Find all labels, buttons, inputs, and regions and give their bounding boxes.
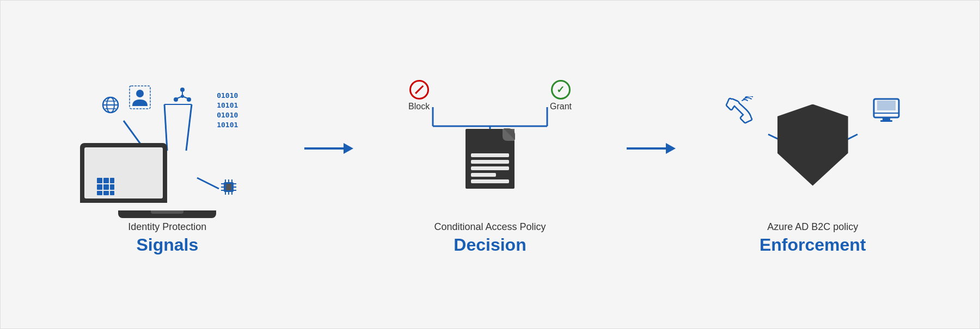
decision-labels: Conditional Access Policy Decision [434, 221, 546, 255]
svg-marker-44 [344, 143, 353, 154]
grant-item: Grant [550, 80, 572, 111]
svg-rect-26 [97, 191, 102, 195]
svg-rect-30 [226, 184, 231, 190]
signals-labels: Identity Protection Signals [128, 221, 206, 255]
decision-main-label: Decision [454, 235, 526, 255]
svg-rect-28 [110, 191, 114, 195]
binary-icon: 01010101010101010101 [217, 91, 238, 131]
svg-line-4 [197, 178, 219, 189]
enforcement-sub-label: Azure AD B2C policy [767, 221, 858, 233]
doc-line-4 [471, 173, 496, 177]
signals-icon-area: 01010101010101010101 [33, 75, 302, 216]
grant-icon [551, 80, 571, 100]
doc-line-3 [471, 166, 509, 170]
svg-point-13 [180, 88, 185, 92]
network-icon [173, 85, 192, 108]
decision-icon-area: Block Grant [356, 75, 624, 216]
shield-icon [777, 104, 848, 186]
svg-rect-22 [110, 178, 114, 183]
arrow-1 [302, 140, 356, 157]
svg-rect-56 [883, 117, 890, 120]
block-item: Block [408, 80, 430, 111]
phone-icon [726, 96, 753, 134]
laptop-base [118, 210, 216, 218]
doc-line-2 [471, 160, 509, 164]
grid-icon [96, 177, 115, 200]
doc-line-1 [471, 153, 509, 157]
svg-rect-55 [877, 101, 896, 110]
doc-line-5 [471, 179, 509, 183]
decision-section: Block Grant [356, 75, 624, 255]
svg-rect-20 [97, 178, 102, 183]
svg-rect-57 [880, 120, 892, 122]
svg-marker-50 [666, 143, 676, 154]
block-icon [409, 80, 429, 100]
person-icon [129, 85, 151, 113]
enforcement-section: Azure AD B2C policy Enforcement [678, 75, 947, 255]
chip-icon [219, 178, 238, 200]
grant-label: Grant [550, 102, 572, 111]
svg-point-12 [136, 90, 144, 97]
svg-rect-21 [103, 178, 109, 183]
doc-corner [503, 129, 514, 141]
block-grant-row: Block Grant [403, 80, 577, 111]
svg-rect-23 [97, 184, 102, 190]
svg-line-3 [186, 104, 192, 151]
doc-lines [471, 153, 509, 183]
globe-icon [102, 96, 119, 117]
document-icon [465, 129, 514, 189]
signals-illustration: 01010101010101010101 [91, 80, 243, 210]
enforcement-icon-area [678, 75, 947, 216]
block-label: Block [408, 102, 430, 111]
signals-main-label: Signals [136, 235, 198, 255]
enforcement-main-label: Enforcement [759, 235, 866, 255]
arrow-2 [624, 140, 678, 157]
diagram-container: 01010101010101010101 [1, 1, 979, 328]
enforcement-labels: Azure AD B2C policy Enforcement [759, 221, 866, 255]
svg-rect-24 [103, 184, 109, 190]
svg-rect-25 [110, 184, 114, 190]
decision-sub-label: Conditional Access Policy [434, 221, 546, 233]
monitor-icon [873, 96, 900, 128]
signals-section: 01010101010101010101 [33, 75, 302, 255]
svg-rect-27 [103, 191, 109, 195]
laptop-icon [80, 143, 167, 203]
signals-sub-label: Identity Protection [128, 221, 206, 233]
enforcement-illustration [737, 80, 889, 210]
decision-illustration: Block Grant [403, 80, 577, 210]
